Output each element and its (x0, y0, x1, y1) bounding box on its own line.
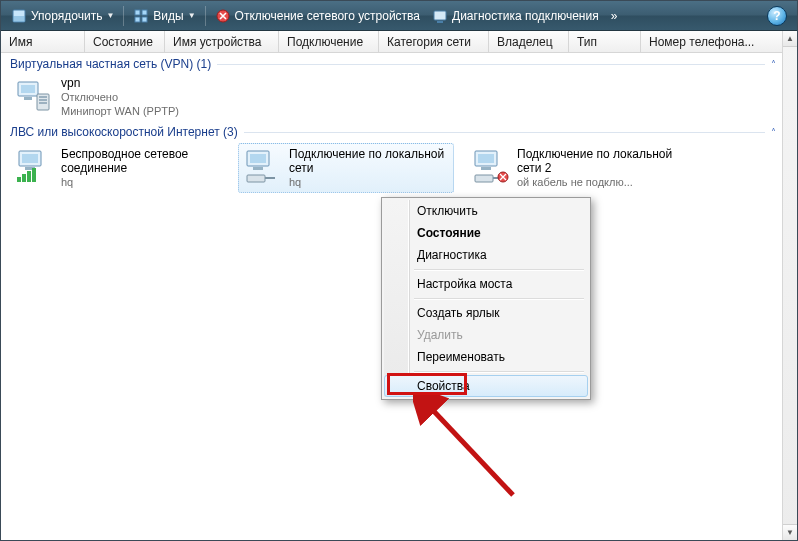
disable-device-label: Отключение сетевого устройства (235, 9, 420, 23)
list-item-lan-2[interactable]: Подключение по локальной сети 2 ой кабел… (466, 143, 682, 193)
lan-connection-icon (243, 147, 283, 185)
svg-rect-13 (39, 96, 47, 98)
overflow-label: » (611, 9, 618, 23)
cm-bridge[interactable]: Настройка моста (384, 273, 588, 295)
cm-separator (414, 269, 584, 270)
svg-rect-17 (22, 154, 38, 163)
list-item-lan-1[interactable]: Подключение по локальной сети hq (238, 143, 454, 193)
organize-label: Упорядочить (31, 9, 102, 23)
item-status: hq (61, 175, 221, 189)
svg-rect-7 (434, 11, 446, 20)
network-connections-window: Упорядочить ▼ Виды ▼ Отключение сетевого… (0, 0, 798, 541)
diagnose-label: Диагностика подключения (452, 9, 599, 23)
scroll-up-button[interactable]: ▲ (783, 31, 797, 47)
list-item-vpn[interactable]: vpn Отключено Минипорт WAN (PPTP) (10, 73, 774, 121)
diagnose-button[interactable]: Диагностика подключения (426, 4, 605, 28)
cm-properties[interactable]: Свойства (384, 375, 588, 397)
vertical-scrollbar[interactable]: ▲ ▼ (782, 31, 797, 540)
column-owner[interactable]: Владелец (489, 31, 569, 52)
svg-rect-26 (247, 175, 265, 182)
item-text: vpn Отключено Минипорт WAN (PPTP) (61, 76, 179, 118)
item-text: Подключение по локальной сети 2 ой кабел… (517, 147, 677, 189)
cm-rename[interactable]: Переименовать (384, 346, 588, 368)
svg-rect-29 (481, 167, 491, 170)
column-type[interactable]: Тип (569, 31, 641, 52)
wireless-connection-icon (15, 147, 55, 185)
scroll-down-button[interactable]: ▼ (783, 524, 797, 540)
svg-rect-11 (24, 97, 32, 100)
dropdown-chevron-icon: ▼ (188, 11, 196, 20)
help-icon[interactable]: ? (767, 6, 787, 26)
toolbar-separator (123, 6, 124, 26)
svg-rect-2 (135, 10, 140, 15)
dropdown-chevron-icon: ▼ (106, 11, 114, 20)
svg-rect-15 (39, 102, 47, 104)
svg-rect-3 (142, 10, 147, 15)
svg-rect-8 (437, 21, 443, 23)
column-phone[interactable]: Номер телефона... (641, 31, 797, 52)
list-item-wireless[interactable]: Беспроводное сетевое соединение hq (10, 143, 226, 193)
svg-rect-1 (13, 16, 25, 22)
item-device: Минипорт WAN (PPTP) (61, 104, 179, 118)
views-label: Виды (153, 9, 183, 23)
item-status: hq (289, 175, 449, 189)
columns-header: Имя Состояние Имя устройства Подключение… (1, 31, 797, 53)
svg-rect-4 (135, 17, 140, 22)
column-connection[interactable]: Подключение (279, 31, 379, 52)
column-category[interactable]: Категория сети (379, 31, 489, 52)
svg-rect-30 (475, 175, 493, 182)
toolbar-separator (205, 6, 206, 26)
vpn-connection-icon (15, 76, 55, 116)
views-button[interactable]: Виды ▼ (127, 4, 201, 28)
item-name: Беспроводное сетевое соединение (61, 147, 221, 175)
toolbar-overflow[interactable]: » (605, 4, 624, 28)
disable-device-icon (215, 8, 231, 24)
item-name: Подключение по локальной сети (289, 147, 449, 175)
cm-delete: Удалить (384, 324, 588, 346)
collapse-chevron-icon: ˄ (771, 59, 776, 70)
item-text: Подключение по локальной сети hq (289, 147, 449, 189)
svg-rect-21 (27, 171, 31, 182)
cm-diagnose[interactable]: Диагностика (384, 244, 588, 266)
group-header-lan[interactable]: ЛВС или высокоскоростной Интернет (3) ˄ (10, 125, 776, 139)
lan-connection-icon (471, 147, 511, 185)
svg-rect-5 (142, 17, 147, 22)
item-name: vpn (61, 76, 179, 90)
organize-button[interactable]: Упорядочить ▼ (5, 4, 120, 28)
column-device-name[interactable]: Имя устройства (165, 31, 279, 52)
svg-rect-20 (22, 174, 26, 182)
lan-items-row: Беспроводное сетевое соединение hq Подкл… (2, 141, 782, 195)
organize-icon (11, 8, 27, 24)
cm-disconnect[interactable]: Отключить (384, 200, 588, 222)
svg-rect-10 (21, 85, 35, 93)
column-status[interactable]: Состояние (85, 31, 165, 52)
group-vpn-label: Виртуальная частная сеть (VPN) (1) (10, 57, 211, 71)
svg-rect-22 (32, 168, 36, 182)
disable-device-button[interactable]: Отключение сетевого устройства (209, 4, 426, 28)
views-icon (133, 8, 149, 24)
svg-rect-24 (250, 154, 266, 163)
cm-separator (414, 298, 584, 299)
group-header-vpn[interactable]: Виртуальная частная сеть (VPN) (1) ˄ (10, 57, 776, 71)
item-status: Отключено (61, 90, 179, 104)
column-name[interactable]: Имя (1, 31, 85, 52)
diagnose-icon (432, 8, 448, 24)
group-lan-label: ЛВС или высокоскоростной Интернет (3) (10, 125, 238, 139)
svg-rect-19 (17, 177, 21, 182)
svg-rect-25 (253, 167, 263, 170)
collapse-chevron-icon: ˄ (771, 127, 776, 138)
context-menu: Отключить Состояние Диагностика Настройк… (381, 197, 591, 400)
toolbar: Упорядочить ▼ Виды ▼ Отключение сетевого… (1, 1, 797, 31)
item-name: Подключение по локальной сети 2 (517, 147, 677, 175)
cm-create-shortcut[interactable]: Создать ярлык (384, 302, 588, 324)
item-status: ой кабель не подклю... (517, 175, 677, 189)
svg-rect-28 (478, 154, 494, 163)
cm-status[interactable]: Состояние (384, 222, 588, 244)
item-text: Беспроводное сетевое соединение hq (61, 147, 221, 189)
svg-rect-14 (39, 99, 47, 101)
cm-separator (414, 371, 584, 372)
